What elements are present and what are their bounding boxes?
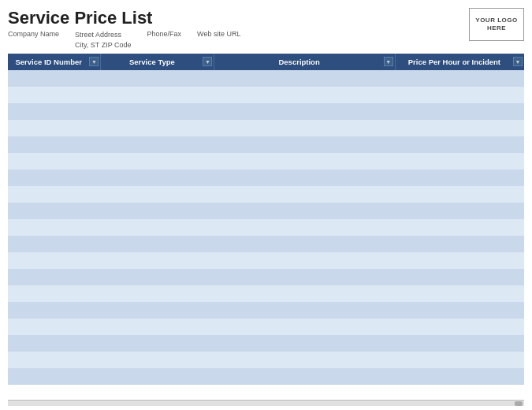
table-cell[interactable]: [214, 319, 395, 335]
table-cell[interactable]: [8, 368, 101, 385]
table-cell[interactable]: [101, 368, 214, 385]
table-cell[interactable]: [101, 153, 214, 170]
table-cell[interactable]: [395, 236, 524, 252]
table-cell[interactable]: [101, 236, 214, 252]
table-cell[interactable]: [395, 103, 524, 120]
col-dropdown-service-id[interactable]: ▼: [89, 57, 99, 66]
table-row[interactable]: [8, 103, 524, 120]
table-cell[interactable]: [214, 219, 395, 236]
table-row[interactable]: [8, 335, 524, 352]
table-cell[interactable]: [395, 186, 524, 203]
table-cell[interactable]: [395, 285, 524, 302]
table-cell[interactable]: [101, 170, 214, 186]
table-cell[interactable]: [395, 335, 524, 352]
table-cell[interactable]: [214, 153, 395, 170]
table-cell[interactable]: [101, 136, 214, 153]
table-cell[interactable]: [8, 186, 101, 203]
table-cell[interactable]: [8, 136, 101, 153]
table-cell[interactable]: [8, 352, 101, 368]
table-row[interactable]: [8, 352, 524, 368]
table-row[interactable]: [8, 252, 524, 269]
col-dropdown-price[interactable]: ▼: [513, 57, 523, 66]
table-cell[interactable]: [8, 70, 101, 87]
table-cell[interactable]: [395, 319, 524, 335]
table-cell[interactable]: [8, 153, 101, 170]
table-cell[interactable]: [101, 335, 214, 352]
table-cell[interactable]: [214, 87, 395, 103]
table-cell[interactable]: [101, 252, 214, 269]
table-cell[interactable]: [101, 302, 214, 319]
scrollbar-thumb[interactable]: [515, 401, 523, 406]
table-cell[interactable]: [101, 120, 214, 136]
table-cell[interactable]: [8, 319, 101, 335]
table-cell[interactable]: [395, 219, 524, 236]
table-cell[interactable]: [214, 236, 395, 252]
table-cell[interactable]: [395, 302, 524, 319]
table-cell[interactable]: [214, 136, 395, 153]
table-cell[interactable]: [101, 319, 214, 335]
table-cell[interactable]: [214, 203, 395, 219]
table-row[interactable]: [8, 219, 524, 236]
table-cell[interactable]: [101, 87, 214, 103]
col-dropdown-description[interactable]: ▼: [384, 57, 393, 66]
table-cell[interactable]: [8, 285, 101, 302]
table-cell[interactable]: [214, 186, 395, 203]
table-row[interactable]: [8, 153, 524, 170]
table-row[interactable]: [8, 120, 524, 136]
table-row[interactable]: [8, 87, 524, 103]
table-row[interactable]: [8, 136, 524, 153]
table-row[interactable]: [8, 269, 524, 285]
table-cell[interactable]: [214, 285, 395, 302]
table-cell[interactable]: [101, 285, 214, 302]
table-cell[interactable]: [101, 269, 214, 285]
table-cell[interactable]: [8, 335, 101, 352]
col-dropdown-service-type[interactable]: ▼: [203, 57, 212, 66]
table-cell[interactable]: [214, 120, 395, 136]
table-cell[interactable]: [214, 352, 395, 368]
table-cell[interactable]: [214, 368, 395, 385]
table-cell[interactable]: [214, 103, 395, 120]
table-cell[interactable]: [8, 269, 101, 285]
table-cell[interactable]: [8, 120, 101, 136]
table-cell[interactable]: [395, 269, 524, 285]
table-cell[interactable]: [395, 136, 524, 153]
table-cell[interactable]: [214, 335, 395, 352]
table-cell[interactable]: [214, 252, 395, 269]
table-row[interactable]: [8, 236, 524, 252]
table-cell[interactable]: [8, 87, 101, 103]
table-cell[interactable]: [101, 219, 214, 236]
table-row[interactable]: [8, 170, 524, 186]
table-cell[interactable]: [214, 302, 395, 319]
table-cell[interactable]: [101, 352, 214, 368]
table-row[interactable]: [8, 186, 524, 203]
table-row[interactable]: [8, 368, 524, 385]
table-cell[interactable]: [8, 203, 101, 219]
table-cell[interactable]: [8, 103, 101, 120]
table-cell[interactable]: [8, 302, 101, 319]
table-row[interactable]: [8, 285, 524, 302]
table-cell[interactable]: [214, 269, 395, 285]
table-cell[interactable]: [395, 352, 524, 368]
table-cell[interactable]: [395, 368, 524, 385]
table-cell[interactable]: [395, 87, 524, 103]
table-cell[interactable]: [214, 170, 395, 186]
table-row[interactable]: [8, 203, 524, 219]
table-cell[interactable]: [395, 252, 524, 269]
table-row[interactable]: [8, 302, 524, 319]
table-cell[interactable]: [214, 70, 395, 87]
table-cell[interactable]: [395, 120, 524, 136]
table-cell[interactable]: [395, 203, 524, 219]
table-cell[interactable]: [8, 219, 101, 236]
table-cell[interactable]: [101, 203, 214, 219]
table-cell[interactable]: [395, 153, 524, 170]
table-cell[interactable]: [101, 70, 214, 87]
table-row[interactable]: [8, 70, 524, 87]
table-cell[interactable]: [395, 70, 524, 87]
table-cell[interactable]: [101, 103, 214, 120]
table-cell[interactable]: [8, 236, 101, 252]
table-row[interactable]: [8, 319, 524, 335]
table-cell[interactable]: [395, 170, 524, 186]
table-cell[interactable]: [8, 252, 101, 269]
table-cell[interactable]: [101, 186, 214, 203]
table-cell[interactable]: [8, 170, 101, 186]
